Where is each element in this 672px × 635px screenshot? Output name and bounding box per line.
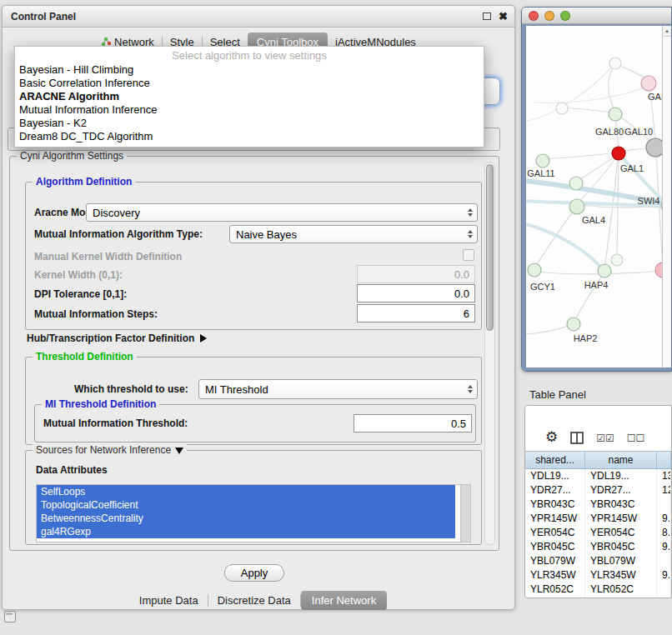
kernel-width-label: Kernel Width (0,1): [34,269,123,281]
attribute-list-item[interactable]: TopologicalCoefficient [37,498,455,512]
algorithm-option[interactable]: Bayesian - K2 [15,117,484,130]
network-node-label: HAP2 [574,333,598,343]
network-window-frame: GALGAL80GAL10GAL1GAL11SWI4GAL4GCY1HAP4YH… [522,24,671,371]
network-graph: GALGAL80GAL10GAL1GAL11SWI4GAL4GCY1HAP4YH… [526,26,662,368]
settings-scrollbar[interactable] [484,162,495,545]
network-node-label: SWI4 [638,196,660,206]
table-row[interactable]: YPR145WYPR145W9. [525,512,671,526]
algorithm-dropdown-placeholder: Select algorithm to view settings [15,48,484,63]
table-column-header[interactable] [657,452,671,468]
network-node[interactable] [609,108,622,121]
table-cell: YBR043C [525,498,585,512]
manual-kernel-checkbox[interactable] [463,249,474,261]
gear-icon[interactable]: ⚙ [545,430,558,444]
table-cell: YDL19... [585,469,657,483]
minimize-traffic-light[interactable] [544,11,554,21]
data-attributes-list[interactable]: SelfLoopsTopologicalCoefficientBetweenne… [36,484,471,542]
table-row[interactable]: YER054CYER054C8. [525,526,671,540]
table-row[interactable]: YBR045CYBR045C9. [525,540,671,554]
table-cell: YDR27... [525,483,585,498]
tab-infer-network[interactable]: Infer Network [301,591,387,610]
network-scrollbar[interactable]: ▲ [662,26,671,368]
algorithm-option[interactable]: ARACNE Algorithm [15,90,484,103]
float-window-icon[interactable] [483,12,491,20]
tab-discretize-data[interactable]: Discretize Data [208,592,300,609]
table-panel-title: Table Panel [529,388,586,401]
network-node[interactable] [655,262,662,278]
column-selector-icon[interactable] [570,432,584,444]
network-node[interactable] [611,254,623,266]
network-node[interactable] [612,147,625,160]
hub-definition-label: Hub/Transcription Factor Definition [27,332,194,344]
network-node[interactable] [567,318,580,331]
mi-threshold-field[interactable]: 0.5 [354,414,472,432]
docked-panel-icon[interactable] [4,611,16,622]
attribute-list-item[interactable]: BetweennessCentrality [37,512,455,525]
zoom-traffic-light[interactable] [560,11,570,21]
which-threshold-combo[interactable]: MI Threshold [198,379,478,399]
mi-threshold-group: MI Threshold Definition Mutual Informati… [34,404,476,442]
network-node[interactable] [646,138,662,157]
control-panel-window: Control Panel ✖ Network Style Select Cyn… [2,5,515,610]
combo-stepper-icon [468,230,473,238]
network-node[interactable] [641,76,656,91]
select-all-icon[interactable]: ☑☑ [596,432,614,444]
apply-button[interactable]: Apply [224,564,284,582]
table-cell: YLR052C [525,582,585,597]
which-threshold-value: MI Threshold [205,383,268,396]
threshold-definition-group: Threshold Definition Which threshold to … [25,357,482,445]
network-node[interactable] [536,154,549,168]
table-cell [657,582,671,597]
network-node[interactable] [569,199,584,214]
table-row[interactable]: YBL079WYBL079W [525,554,671,568]
algorithm-option[interactable]: Bayesian - Hill Climbing [15,63,484,77]
mi-type-combo[interactable]: Naive Bayes [229,225,478,243]
data-attributes-label: Data Attributes [36,464,108,476]
dpi-tolerance-label: DPI Tolerance [0,1]: [34,288,127,300]
algorithm-option[interactable]: Mutual Information Inference [15,103,484,117]
which-threshold-label: Which threshold to use: [74,383,188,395]
table-row[interactable]: YBR043CYBR043C [525,498,671,512]
network-node[interactable] [609,58,621,69]
network-canvas[interactable]: GALGAL80GAL10GAL1GAL11SWI4GAL4GCY1HAP4YH… [526,26,662,368]
dpi-tolerance-value: 0.0 [454,288,469,300]
table-row[interactable]: YLR345WYLR345W9. [525,568,671,582]
settings-scrollbar-thumb[interactable] [486,164,494,331]
table-cell: YER054C [525,526,585,540]
algorithm-option[interactable]: Dream8 DC_TDC Algorithm [15,130,484,143]
table-cell: YPR145W [585,512,657,526]
sources-group-title[interactable]: Sources for Network Inference [33,444,187,456]
hub-definition-toggle[interactable]: Hub/Transcription Factor Definition [27,332,207,344]
network-node[interactable] [528,263,541,277]
network-node[interactable] [556,102,568,114]
table-column-header[interactable]: shared... [525,452,585,468]
table-cell [657,498,671,512]
algorithm-dropdown-list: Bayesian - Hill ClimbingBasic Correlatio… [15,63,484,143]
network-node-label: GAL4 [582,215,605,225]
close-icon[interactable]: ✖ [499,11,508,22]
attribute-list-item[interactable]: gal4RGexp [37,525,455,538]
close-traffic-light[interactable] [529,11,539,21]
network-node[interactable] [598,264,611,278]
network-node-label: GCY1 [530,282,555,292]
attributes-scrollbar[interactable] [460,485,470,542]
tab-impute-data[interactable]: Impute Data [130,592,208,609]
table-row[interactable]: YDL19...YDL19...13 [525,469,671,483]
network-node[interactable] [569,177,583,190]
table-row[interactable]: YLR052CYLR052C [525,582,671,597]
attribute-list-item[interactable]: SelfLoops [37,485,455,498]
dpi-tolerance-field[interactable]: 0.0 [357,284,475,302]
algorithm-option[interactable]: Basic Correlation Inference [15,77,484,90]
table-column-header[interactable]: name [585,452,657,468]
mi-threshold-group-title: MI Threshold Definition [42,398,159,410]
mi-threshold-label: Mutual Information Threshold: [43,418,188,429]
aracne-mode-combo[interactable]: Discovery [86,203,478,222]
network-window-titlebar [522,8,671,24]
network-node-label: GAL1 [620,163,644,173]
table-row[interactable]: YDR27...YDR27...12 [525,483,671,498]
scroll-up-arrow-icon[interactable]: ▲ [663,26,671,37]
cyni-algorithm-settings-group: Cyni Algorithm Settings Algorithm Defini… [9,156,499,551]
mi-steps-field[interactable]: 6 [357,304,475,322]
table-panel: ⚙ ☑☑ ☐☐ shared...name YDL19...YDL19...13… [524,405,672,598]
deselect-all-icon[interactable]: ☐☐ [627,432,645,444]
